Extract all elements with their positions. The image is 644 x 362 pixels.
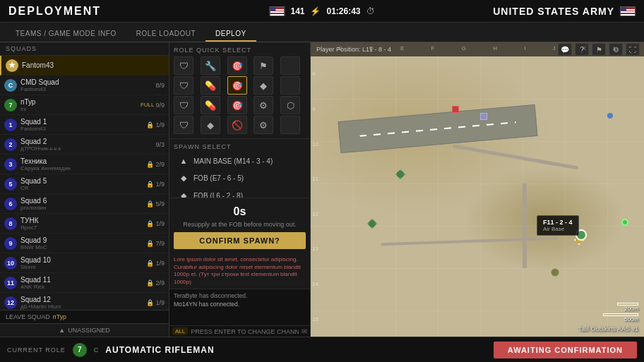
role-btn-10[interactable]: 🛡 xyxy=(174,96,193,114)
timer: 01:26:43 xyxy=(326,6,360,16)
confirm-spawn-button[interactable]: CONFIRM SPAWN? xyxy=(174,232,306,249)
awaiting-confirmation-button[interactable]: AWAITING CONFIRMATION xyxy=(494,342,637,358)
lock-icon-8: 🔒 xyxy=(146,220,154,227)
squad-sub-2: дТРОНчик-к-к-к xyxy=(20,145,153,152)
squad-count-12: 🔒1/9 xyxy=(146,299,165,306)
role-btn-7[interactable]: 🎯 xyxy=(227,76,247,95)
spawn-select: SPAWN SELECT ▲ MAIN BASE (M14 - 3 - 4) ◆… xyxy=(169,139,310,198)
chat-input[interactable] xyxy=(191,328,299,335)
squad-name-8: ТУНК xyxy=(20,217,143,224)
map-area[interactable]: Player Position: L11 - 8 - 4 💬 ? ⚑ ⚙ ⛶ C… xyxy=(311,42,644,337)
squad-name-2: Squad 2 xyxy=(20,138,153,145)
spawn-option-fob1[interactable]: ◆ FOB (E7 - 6 - 5) xyxy=(174,170,306,186)
role-btn-12[interactable]: 🎯 xyxy=(227,96,247,114)
fob-icon-1: ◆ xyxy=(178,174,189,183)
tab-role-loadout[interactable]: ROLE LOADOUT xyxy=(126,27,205,42)
role-btn-1[interactable]: 🔧 xyxy=(201,56,220,75)
fob-icon-map-2 xyxy=(367,219,377,229)
spawn-option-main[interactable]: ▲ MAIN BASE (M14 - 3 - 4) xyxy=(174,153,306,169)
main-base-icon: ▲ xyxy=(178,157,189,165)
spawn-warning: Lore ipsum dolor sit amet, consectetur a… xyxy=(169,253,310,289)
squad-count-7: FULL 9/9 xyxy=(141,102,165,109)
squad-count-10: 🔒1/9 xyxy=(146,260,165,267)
squad-info-9: Squad 9 BNW MnС xyxy=(20,236,143,251)
chat-input-bar: ALL ✉ xyxy=(169,325,310,337)
table-row[interactable]: 9 Squad 9 BNW MnС 🔒7/9 xyxy=(0,234,169,253)
map-terrain xyxy=(311,42,644,337)
squad-info-3: Техника Сарука Аннемядин xyxy=(20,157,143,171)
squad-name-9: Squad 9 xyxy=(20,236,143,244)
role-btn-18[interactable]: ⚙ xyxy=(254,116,273,134)
scale-500m: 500m xyxy=(603,313,638,322)
role-btn-2[interactable]: 🎯 xyxy=(227,56,247,75)
rally-marker[interactable] xyxy=(551,268,559,277)
squad-sub-10: Storm xyxy=(20,264,143,270)
squad-info-12: Squad 12 дБ+Martin Hlum xyxy=(20,296,143,310)
table-row[interactable]: 1 Squad 1 Fantom43 🔒1/9 xyxy=(0,115,169,135)
squad-info-6: Squad 6 рrолordин xyxy=(20,197,143,211)
role-badge: 7 xyxy=(73,343,87,357)
fob-marker-2[interactable] xyxy=(367,219,377,229)
leave-squad-bar[interactable]: LEAVE SQUAD пТур xyxy=(0,310,169,323)
role-btn-15[interactable]: 🛡 xyxy=(174,116,193,134)
squad-info-cmd: CMD Squad Fantom43 xyxy=(20,78,153,92)
table-row[interactable]: 2 Squad 2 дТРОНчик-к-к-к 9/3 xyxy=(0,135,169,155)
enemy-icon-1 xyxy=(452,106,459,113)
role-btn-19[interactable] xyxy=(280,116,300,134)
squad-name-12: Squad 12 xyxy=(20,296,143,303)
role-btn-0[interactable]: 🛡 xyxy=(174,56,193,75)
squad-count-2: 9/3 xyxy=(155,141,165,148)
table-row[interactable]: 12 Squad 12 дБ+Martin Hlum 🔒1/9 xyxy=(0,293,169,310)
squad-sub-5: СR xyxy=(20,185,143,191)
deployment-title: DEPLOYMENT xyxy=(8,5,101,18)
scale-line-200 xyxy=(617,303,638,306)
table-row[interactable]: C CMD Squad Fantom43 8/9 xyxy=(0,76,169,95)
spawn-label-main: MAIN BASE (M14 - 3 - 4) xyxy=(193,157,273,165)
spawn-hint: Resupply at the FOB before moving out. xyxy=(174,221,306,228)
squad-name-cmd: CMD Squad xyxy=(20,78,153,86)
role-btn-6[interactable]: 💊 xyxy=(201,76,220,95)
role-btn-13[interactable]: ⚙ xyxy=(254,96,273,114)
rally-icon-map xyxy=(551,268,559,277)
role-btn-17[interactable]: 🚫 xyxy=(227,116,247,134)
role-btn-8[interactable]: ◆ xyxy=(254,76,273,95)
squadlead-icon[interactable]: ⚑ xyxy=(592,43,606,56)
player-count: 141 xyxy=(290,6,304,16)
table-row[interactable]: 3 Техника Сарука Аннемядин 🔒2/9 xyxy=(0,155,169,174)
squad-sub-6: рrолordин xyxy=(20,205,143,211)
role-btn-11[interactable]: 💊 xyxy=(201,96,220,114)
squad-num-10: 10 xyxy=(4,257,17,270)
leader-icon: ★ xyxy=(6,59,18,72)
leader-info: Fantom43 xyxy=(22,61,165,69)
role-btn-5[interactable]: 🛡 xyxy=(174,76,193,95)
role-btn-4[interactable] xyxy=(280,56,300,75)
current-role-label: CURRENT ROLE xyxy=(7,346,66,354)
fob-marker-1[interactable] xyxy=(395,169,405,179)
table-row[interactable]: 10 Squad 10 Storm 🔒1/9 xyxy=(0,253,169,273)
role-btn-16[interactable]: ◆ xyxy=(201,116,220,134)
spawn-option-fob2[interactable]: ◆ FOB (L6 - 2 - 8) xyxy=(174,188,306,198)
help-icon[interactable]: ? xyxy=(575,43,589,56)
squad-leader-item[interactable]: ★ Fantom43 xyxy=(0,56,169,76)
enemy-marker-1 xyxy=(452,106,459,113)
chat-map-icon[interactable]: 💬 xyxy=(558,43,572,56)
squad-sub-8: Ярос7 xyxy=(20,224,143,231)
table-row[interactable]: 11 Squad 11 ANK Rick 🔒2/9 xyxy=(0,273,169,293)
table-row[interactable]: 6 Squad 6 рrолordин 🔒5/9 xyxy=(0,194,169,214)
expand-icon[interactable]: ⛶ xyxy=(626,43,640,56)
table-row[interactable]: 5 Squad 5 СR 🔒1/9 xyxy=(0,174,169,194)
scale-bar: 200m 500m xyxy=(603,303,638,322)
unassigned-bar[interactable]: ▲ UNASSIGNED xyxy=(0,323,169,337)
role-btn-9[interactable] xyxy=(280,76,300,95)
settings-icon[interactable]: ⚙ xyxy=(609,43,623,56)
role-btn-14[interactable]: ⬡ xyxy=(280,96,300,114)
tab-teams[interactable]: TEAMS / GAME MODE INFO xyxy=(6,27,126,42)
leave-squad-label: LEAVE SQUAD xyxy=(6,313,50,320)
table-row[interactable]: 7 пТур ini FULL 9/9 xyxy=(0,95,169,115)
tab-deploy[interactable]: DEPLOY xyxy=(205,27,256,42)
chat-send-icon[interactable]: ✉ xyxy=(302,327,307,335)
lock-icon-5: 🔒 xyxy=(146,181,154,188)
role-btn-3[interactable]: ⚑ xyxy=(254,56,273,75)
squad-num-1: 1 xyxy=(4,119,17,131)
table-row[interactable]: 8 ТУНК Ярос7 🔒1/9 xyxy=(0,214,169,234)
